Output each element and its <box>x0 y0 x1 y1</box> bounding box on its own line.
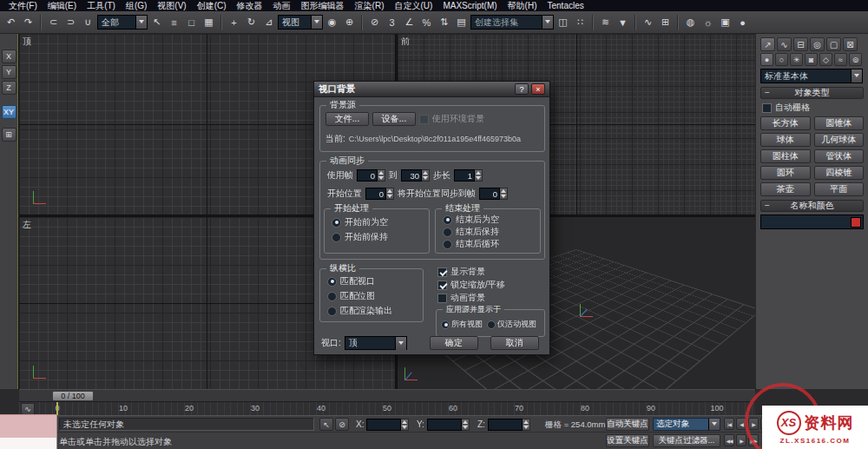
next-key-icon[interactable]: ▶▶ <box>748 434 759 446</box>
mirror-icon[interactable]: ◫ <box>555 14 571 30</box>
material-editor-icon[interactable]: ◍ <box>682 14 699 30</box>
axis-strip-extra-icon[interactable]: ⊞ <box>2 128 16 142</box>
dialog-titlebar[interactable]: 视口背景 ? × <box>314 82 549 97</box>
teapot-button[interactable]: 茶壶 <box>760 182 811 196</box>
time-slider-track[interactable]: 0 / 100 <box>19 389 755 401</box>
menu-modifiers[interactable]: 修改器 <box>232 0 268 11</box>
cat-geometry-icon[interactable]: ● <box>760 53 773 66</box>
selection-filter-dropdown[interactable]: 全部 <box>97 15 148 30</box>
viewport-left-label[interactable]: 左 <box>23 219 31 231</box>
object-color-swatch[interactable] <box>851 217 861 228</box>
dropdown-arrow-icon[interactable] <box>311 16 322 29</box>
tab-hierarchy[interactable]: ⊟ <box>793 37 808 51</box>
sphere-button[interactable]: 球体 <box>760 133 811 147</box>
named-selection-sets-combo[interactable]: 创建选择集 <box>470 15 554 30</box>
spinner-snap-icon[interactable]: ⇅ <box>436 14 452 30</box>
window-crossing-icon[interactable]: ▦ <box>201 14 217 30</box>
selection-lock-icon[interactable]: ⊘ <box>335 418 349 431</box>
spinner-down-icon[interactable] <box>523 425 529 430</box>
select-by-name-icon[interactable]: ≡ <box>166 14 182 30</box>
cat-cameras-icon[interactable]: ◙ <box>805 53 818 66</box>
cat-helpers-icon[interactable]: ◇ <box>819 53 832 66</box>
use-pivot-center-icon[interactable]: ◉ <box>324 14 340 30</box>
match-viewport-radio[interactable] <box>327 277 337 287</box>
key-filter-selected-dropdown[interactable]: 选定对象 <box>653 418 720 431</box>
menu-file[interactable]: 文件(F) <box>3 0 43 11</box>
previous-key-icon[interactable]: ◀◀ <box>724 434 734 446</box>
auto-key-button[interactable]: 自动关键点 <box>606 418 649 431</box>
to-frame-field[interactable]: 30 <box>401 169 430 182</box>
geosphere-button[interactable]: 几何球体 <box>814 133 865 147</box>
tab-display[interactable]: ▢ <box>826 37 841 51</box>
isolate-selection-icon[interactable]: ↖ <box>319 418 333 431</box>
layer-manager-icon[interactable]: ≋ <box>597 14 614 30</box>
spinner-down-icon[interactable] <box>386 194 393 199</box>
select-scale-icon[interactable]: ⊿ <box>260 14 277 30</box>
play-icon[interactable]: ▶ <box>748 418 759 430</box>
hold-before-start-radio[interactable] <box>332 233 341 242</box>
select-object-icon[interactable]: ↖ <box>148 14 165 30</box>
menu-animation[interactable]: 动画 <box>268 0 296 11</box>
plane-button[interactable]: 平面 <box>814 182 865 196</box>
angle-snap-icon[interactable]: ∠ <box>401 14 418 30</box>
play-animation-icon[interactable]: ▶ <box>736 434 746 446</box>
blank-after-end-radio[interactable] <box>443 215 452 225</box>
loop-after-end-radio[interactable] <box>443 240 452 249</box>
help-icon[interactable]: ? <box>515 83 529 95</box>
tube-button[interactable]: 管状体 <box>814 149 865 163</box>
tab-modify[interactable]: ∿ <box>777 37 792 51</box>
menu-graph-editors[interactable]: 图形编辑器 <box>296 0 350 11</box>
use-environment-background-checkbox[interactable] <box>419 115 429 124</box>
files-button[interactable]: 文件... <box>326 112 369 126</box>
viewport-front-label[interactable]: 前 <box>401 36 410 48</box>
animate-background-checkbox[interactable] <box>437 294 447 303</box>
menu-views[interactable]: 视图(V) <box>152 0 191 11</box>
previous-frame-icon[interactable]: ◀ <box>736 418 746 430</box>
constrain-x-button[interactable]: X <box>2 50 16 63</box>
blank-before-start-radio[interactable] <box>332 218 341 228</box>
torus-button[interactable]: 圆环 <box>760 166 811 180</box>
x-coordinate-field[interactable] <box>366 419 409 431</box>
tab-motion[interactable]: ◎ <box>810 37 825 51</box>
graphite-ribbon-icon[interactable]: ▼ <box>615 14 631 30</box>
select-link-icon[interactable]: ⊂ <box>45 14 62 30</box>
menu-customize[interactable]: 自定义(U) <box>389 0 437 11</box>
menu-group[interactable]: 组(G) <box>121 0 152 11</box>
cylinder-button[interactable]: 圆柱体 <box>760 149 811 163</box>
pyramid-button[interactable]: 四棱锥 <box>814 166 865 180</box>
devices-button[interactable]: 设备... <box>372 112 416 126</box>
bind-to-spacewarp-icon[interactable]: ∪ <box>80 14 96 30</box>
go-to-start-icon[interactable]: |◀ <box>724 418 734 430</box>
match-bitmap-radio[interactable] <box>327 292 337 301</box>
cat-lights-icon[interactable]: ☀ <box>790 53 803 66</box>
cat-spacewarps-icon[interactable]: ≈ <box>834 53 847 66</box>
cat-systems-icon[interactable]: ⊚ <box>849 53 862 66</box>
spinner-down-icon[interactable] <box>475 175 482 181</box>
sync-start-field[interactable]: 0 <box>479 188 508 200</box>
reference-coordsys-dropdown[interactable]: 视图 <box>278 15 323 30</box>
spinner-down-icon[interactable] <box>422 175 429 181</box>
select-move-icon[interactable]: + <box>226 14 242 30</box>
redo-icon[interactable]: ↷ <box>20 14 36 30</box>
spinner-down-icon[interactable] <box>462 425 469 430</box>
autogrid-checkbox[interactable] <box>762 103 772 113</box>
object-name-field[interactable] <box>760 215 864 229</box>
viewport-top-label[interactable]: 顶 <box>23 36 31 48</box>
render-setup-icon[interactable]: ☼ <box>700 14 716 30</box>
named-sets-icon[interactable]: ▤ <box>453 14 470 30</box>
render-icon[interactable]: ● <box>734 14 751 30</box>
spinner-down-icon[interactable] <box>378 175 385 181</box>
dropdown-arrow-icon[interactable] <box>851 69 862 83</box>
rollout-object-type[interactable]: − 对象类型 <box>760 87 864 99</box>
constrain-z-button[interactable]: Z <box>2 81 16 95</box>
ok-button[interactable]: 确定 <box>430 336 478 350</box>
menu-tentacles[interactable]: Tentacles <box>542 0 589 11</box>
all-views-radio[interactable] <box>441 320 450 329</box>
menu-edit[interactable]: 编辑(E) <box>43 0 82 11</box>
use-frame-field[interactable]: 0 <box>357 169 385 182</box>
z-coordinate-field[interactable] <box>488 419 530 431</box>
percent-snap-icon[interactable]: % <box>418 14 435 30</box>
set-key-button[interactable]: 设置关键点 <box>606 434 649 447</box>
menu-rendering[interactable]: 渲染(R) <box>350 0 390 11</box>
menu-help[interactable]: 帮助(H) <box>503 0 542 11</box>
